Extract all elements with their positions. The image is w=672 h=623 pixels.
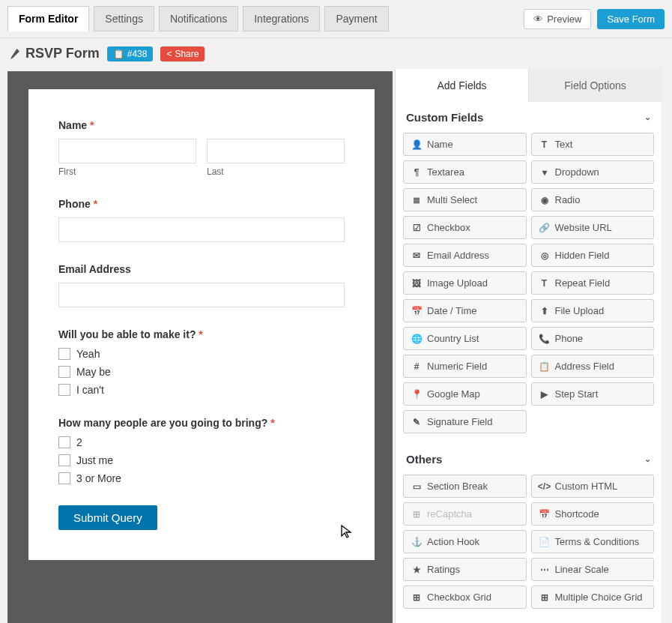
field-type-button[interactable]: 🌐Country List (403, 327, 527, 350)
field-icon: 📅 (539, 509, 550, 520)
field-type-button[interactable]: ☑Checkbox (403, 216, 527, 239)
main-tabs: Form Editor Settings Notifications Integ… (7, 6, 389, 31)
others-fields-grid: ▭Section Break</>Custom HTML⊞reCaptcha📅S… (400, 475, 657, 619)
field-icon: ▭ (411, 481, 422, 492)
field-type-button[interactable]: 🔗Website URL (531, 216, 655, 239)
field-guests[interactable]: How many people are you going to bring? … (58, 417, 345, 484)
option-row[interactable]: 2 (58, 436, 345, 448)
field-type-button[interactable]: ⋯Linear Scale (531, 558, 655, 581)
field-type-button[interactable]: #Numeric Field (403, 355, 527, 378)
field-type-button: ⊞reCaptcha (403, 502, 527, 526)
submit-button[interactable]: Submit Query (58, 505, 157, 530)
option-label: I can't (76, 384, 104, 396)
save-form-button[interactable]: Save Form (597, 9, 665, 29)
section-custom-fields[interactable]: Custom Fields ⌄ (400, 102, 657, 133)
email-input[interactable] (58, 283, 345, 307)
field-type-button[interactable]: ◉Radio (531, 188, 655, 211)
field-type-button[interactable]: 📞Phone (531, 327, 655, 350)
field-label: Multi Select (427, 194, 477, 205)
field-type-button[interactable]: </>Custom HTML (531, 475, 655, 498)
field-type-button[interactable]: ▾Dropdown (531, 160, 655, 184)
copy-icon: 📋 (113, 49, 124, 59)
field-icon: ≣ (411, 195, 422, 205)
field-icon: # (411, 361, 422, 372)
guests-label: How many people are you going to bring? … (58, 417, 345, 429)
field-type-button[interactable]: ⊞Checkbox Grid (403, 586, 527, 609)
option-row[interactable]: I can't (58, 384, 345, 396)
field-icon: T (539, 278, 550, 289)
tab-add-fields[interactable]: Add Fields (396, 69, 528, 102)
field-type-button[interactable]: 👤Name (403, 133, 527, 156)
field-label: Radio (555, 194, 581, 205)
field-icon: ⋯ (539, 565, 550, 575)
form-id-chip[interactable]: 📋 #438 (107, 46, 154, 61)
field-type-button[interactable]: 🖼Image Upload (403, 271, 527, 295)
tab-payment[interactable]: Payment (324, 6, 388, 31)
option-row[interactable]: 3 or More (58, 472, 345, 484)
last-sub-label: Last (207, 166, 345, 177)
field-type-button[interactable]: ≣Multi Select (403, 188, 527, 211)
checkbox-icon[interactable] (58, 472, 70, 484)
field-type-button[interactable]: ▭Section Break (403, 475, 527, 498)
custom-fields-title: Custom Fields (406, 111, 483, 124)
phone-input[interactable] (58, 217, 345, 242)
option-label: 2 (76, 436, 82, 448)
field-label: Email Address (427, 250, 489, 261)
field-icon: ✎ (411, 417, 422, 427)
share-chip[interactable]: < Share (160, 46, 205, 61)
field-type-button[interactable]: ✉Email Address (403, 244, 527, 267)
field-type-button[interactable]: 📅Shortcode (531, 502, 655, 526)
field-phone[interactable]: Phone * (58, 198, 345, 242)
field-label: Terms & Conditions (555, 536, 640, 547)
field-type-button[interactable]: ✎Signature Field (403, 410, 527, 433)
field-type-button[interactable]: ◎Hidden Field (531, 244, 655, 267)
checkbox-icon[interactable] (58, 454, 70, 466)
preview-button[interactable]: 👁 Preview (524, 9, 591, 29)
field-attendance[interactable]: Will you be able to make it? * YeahMay b… (58, 328, 345, 396)
field-icon: ⊞ (411, 592, 422, 603)
field-icon: 🌐 (411, 334, 422, 344)
field-type-button[interactable]: 📅Date / Time (403, 299, 527, 322)
option-row[interactable]: Yeah (58, 348, 345, 360)
right-panel: Add Fields Field Options Custom Fields ⌄… (395, 69, 662, 623)
field-icon: 📋 (539, 361, 550, 372)
first-name-input[interactable] (58, 139, 196, 163)
field-type-button[interactable]: 📍Google Map (403, 382, 527, 406)
field-icon: 📄 (539, 537, 550, 547)
field-icon: ⚓ (411, 537, 422, 547)
checkbox-icon[interactable] (58, 366, 70, 378)
option-label: Just me (76, 454, 113, 466)
option-row[interactable]: May be (58, 366, 345, 378)
option-row[interactable]: Just me (58, 454, 345, 466)
tab-integrations[interactable]: Integrations (243, 6, 320, 31)
checkbox-icon[interactable] (58, 436, 70, 448)
field-name[interactable]: Name * First Last (58, 119, 345, 177)
chevron-down-icon: ⌄ (644, 112, 651, 122)
field-type-button[interactable]: ⊞Multiple Choice Grid (531, 586, 655, 609)
field-type-button[interactable]: ⬆File Upload (531, 299, 655, 322)
field-type-button[interactable]: TRepeat Field (531, 271, 655, 295)
field-type-button[interactable]: TText (531, 133, 655, 156)
field-label: Name (427, 139, 453, 150)
section-others[interactable]: Others ⌄ (400, 444, 657, 475)
field-type-button[interactable]: 📋Address Field (531, 355, 655, 378)
field-type-button[interactable]: ★Ratings (403, 558, 527, 581)
field-email[interactable]: Email Address (58, 263, 345, 307)
field-type-button[interactable]: 📄Terms & Conditions (531, 530, 655, 553)
last-name-input[interactable] (207, 139, 345, 163)
tab-settings[interactable]: Settings (94, 6, 154, 31)
tab-form-editor[interactable]: Form Editor (7, 6, 89, 31)
tab-notifications[interactable]: Notifications (159, 6, 238, 31)
option-label: 3 or More (76, 472, 121, 484)
field-type-button[interactable]: ¶Textarea (403, 160, 527, 184)
field-icon: ⬆ (539, 306, 550, 316)
field-type-button[interactable]: ⚓Action Hook (403, 530, 527, 553)
checkbox-icon[interactable] (58, 384, 70, 396)
field-type-button[interactable]: ▶Step Start (531, 382, 655, 406)
form-canvas-pane: Name * First Last Phone * (0, 69, 395, 623)
checkbox-icon[interactable] (58, 348, 70, 360)
title-bar: RSVP Form 📋 #438 < Share (0, 38, 672, 69)
field-icon: ☑ (411, 223, 422, 233)
tab-field-options[interactable]: Field Options (528, 69, 662, 102)
scrollbar-track[interactable] (662, 69, 672, 623)
